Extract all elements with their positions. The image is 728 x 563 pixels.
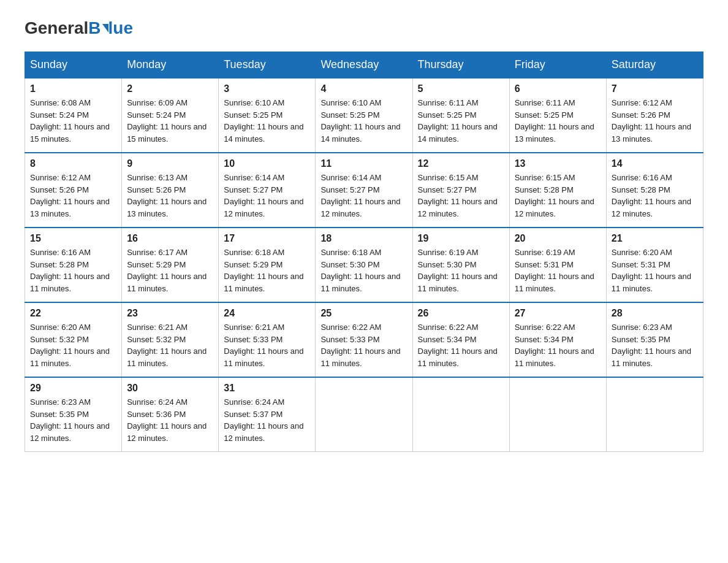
calendar-cell: 8 Sunrise: 6:12 AMSunset: 5:26 PMDayligh… <box>25 153 122 228</box>
day-number: 13 <box>515 158 601 169</box>
logo-text: General B lue <box>25 18 133 38</box>
calendar-cell: 5 Sunrise: 6:11 AMSunset: 5:25 PMDayligh… <box>412 78 509 153</box>
day-info: Sunrise: 6:10 AMSunset: 5:25 PMDaylight:… <box>320 98 400 144</box>
logo-blue-part: B lue <box>88 18 133 38</box>
day-number: 18 <box>320 233 407 244</box>
day-number: 23 <box>127 308 213 319</box>
day-info: Sunrise: 6:10 AMSunset: 5:25 PMDaylight:… <box>224 98 303 144</box>
calendar-cell: 26 Sunrise: 6:22 AMSunset: 5:34 PMDaylig… <box>412 302 509 377</box>
day-number: 16 <box>127 233 213 244</box>
calendar-cell: 1 Sunrise: 6:08 AMSunset: 5:24 PMDayligh… <box>25 78 122 153</box>
calendar-cell: 11 Sunrise: 6:14 AMSunset: 5:27 PMDaylig… <box>316 153 412 228</box>
day-info: Sunrise: 6:08 AMSunset: 5:24 PMDaylight:… <box>30 98 110 144</box>
day-number: 4 <box>320 83 407 94</box>
day-number: 19 <box>418 233 504 244</box>
day-number: 12 <box>418 158 504 169</box>
calendar-cell: 21 Sunrise: 6:20 AMSunset: 5:31 PMDaylig… <box>606 228 703 302</box>
day-info: Sunrise: 6:11 AMSunset: 5:25 PMDaylight:… <box>515 98 594 144</box>
day-number: 17 <box>224 233 310 244</box>
day-number: 29 <box>30 383 116 394</box>
day-number: 9 <box>127 158 213 169</box>
calendar-cell: 9 Sunrise: 6:13 AMSunset: 5:26 PMDayligh… <box>122 153 219 228</box>
day-info: Sunrise: 6:21 AMSunset: 5:33 PMDaylight:… <box>224 323 303 368</box>
header-monday: Monday <box>122 52 219 79</box>
calendar-cell: 28 Sunrise: 6:23 AMSunset: 5:35 PMDaylig… <box>606 302 703 377</box>
day-info: Sunrise: 6:22 AMSunset: 5:33 PMDaylight:… <box>320 323 400 368</box>
day-number: 10 <box>224 158 310 169</box>
logo-triangle-icon <box>102 24 108 33</box>
calendar-cell: 4 Sunrise: 6:10 AMSunset: 5:25 PMDayligh… <box>316 78 412 153</box>
day-info: Sunrise: 6:18 AMSunset: 5:30 PMDaylight:… <box>320 248 400 293</box>
calendar-table: SundayMondayTuesdayWednesdayThursdayFrid… <box>25 52 703 452</box>
day-info: Sunrise: 6:14 AMSunset: 5:27 PMDaylight:… <box>320 173 400 218</box>
calendar-cell: 24 Sunrise: 6:21 AMSunset: 5:33 PMDaylig… <box>219 302 316 377</box>
day-number: 27 <box>515 308 601 319</box>
logo-blue2: lue <box>108 18 133 38</box>
day-info: Sunrise: 6:23 AMSunset: 5:35 PMDaylight:… <box>30 397 110 443</box>
day-info: Sunrise: 6:19 AMSunset: 5:30 PMDaylight:… <box>418 248 498 293</box>
calendar-cell: 7 Sunrise: 6:12 AMSunset: 5:26 PMDayligh… <box>606 78 703 153</box>
logo-blue: B <box>88 18 100 38</box>
day-info: Sunrise: 6:23 AMSunset: 5:35 PMDaylight:… <box>612 323 691 368</box>
day-info: Sunrise: 6:21 AMSunset: 5:32 PMDaylight:… <box>127 323 207 368</box>
day-number: 6 <box>515 83 601 94</box>
calendar-cell: 16 Sunrise: 6:17 AMSunset: 5:29 PMDaylig… <box>122 228 219 302</box>
day-number: 24 <box>224 308 310 319</box>
calendar-cell: 25 Sunrise: 6:22 AMSunset: 5:33 PMDaylig… <box>316 302 412 377</box>
day-info: Sunrise: 6:20 AMSunset: 5:32 PMDaylight:… <box>30 323 110 368</box>
calendar-header-row: SundayMondayTuesdayWednesdayThursdayFrid… <box>25 52 703 79</box>
calendar-cell: 31 Sunrise: 6:24 AMSunset: 5:37 PMDaylig… <box>219 377 316 452</box>
calendar-cell: 17 Sunrise: 6:18 AMSunset: 5:29 PMDaylig… <box>219 228 316 302</box>
day-number: 3 <box>224 83 310 94</box>
calendar-week-row: 8 Sunrise: 6:12 AMSunset: 5:26 PMDayligh… <box>25 153 703 228</box>
day-number: 11 <box>320 158 407 169</box>
calendar-cell: 3 Sunrise: 6:10 AMSunset: 5:25 PMDayligh… <box>219 78 316 153</box>
calendar-week-row: 15 Sunrise: 6:16 AMSunset: 5:28 PMDaylig… <box>25 228 703 302</box>
day-number: 1 <box>30 83 116 94</box>
day-info: Sunrise: 6:22 AMSunset: 5:34 PMDaylight:… <box>418 323 498 368</box>
day-number: 25 <box>320 308 407 319</box>
day-info: Sunrise: 6:16 AMSunset: 5:28 PMDaylight:… <box>30 248 110 293</box>
day-info: Sunrise: 6:17 AMSunset: 5:29 PMDaylight:… <box>127 248 207 293</box>
day-info: Sunrise: 6:14 AMSunset: 5:27 PMDaylight:… <box>224 173 303 218</box>
day-number: 5 <box>418 83 504 94</box>
calendar-cell: 30 Sunrise: 6:24 AMSunset: 5:36 PMDaylig… <box>122 377 219 452</box>
header-wednesday: Wednesday <box>316 52 412 79</box>
day-info: Sunrise: 6:12 AMSunset: 5:26 PMDaylight:… <box>612 98 691 144</box>
page-header: General B lue <box>25 18 703 39</box>
day-number: 31 <box>224 383 310 394</box>
day-info: Sunrise: 6:12 AMSunset: 5:26 PMDaylight:… <box>30 173 110 218</box>
day-info: Sunrise: 6:22 AMSunset: 5:34 PMDaylight:… <box>515 323 594 368</box>
day-number: 21 <box>612 233 698 244</box>
day-number: 7 <box>612 83 698 94</box>
calendar-cell: 12 Sunrise: 6:15 AMSunset: 5:27 PMDaylig… <box>412 153 509 228</box>
calendar-cell: 22 Sunrise: 6:20 AMSunset: 5:32 PMDaylig… <box>25 302 122 377</box>
day-info: Sunrise: 6:24 AMSunset: 5:36 PMDaylight:… <box>127 397 207 443</box>
calendar-cell: 6 Sunrise: 6:11 AMSunset: 5:25 PMDayligh… <box>509 78 606 153</box>
calendar-cell <box>606 377 703 452</box>
calendar-cell: 14 Sunrise: 6:16 AMSunset: 5:28 PMDaylig… <box>606 153 703 228</box>
day-info: Sunrise: 6:19 AMSunset: 5:31 PMDaylight:… <box>515 248 594 293</box>
calendar-week-row: 1 Sunrise: 6:08 AMSunset: 5:24 PMDayligh… <box>25 78 703 153</box>
day-info: Sunrise: 6:11 AMSunset: 5:25 PMDaylight:… <box>418 98 498 144</box>
header-saturday: Saturday <box>606 52 703 79</box>
calendar-cell: 10 Sunrise: 6:14 AMSunset: 5:27 PMDaylig… <box>219 153 316 228</box>
day-info: Sunrise: 6:24 AMSunset: 5:37 PMDaylight:… <box>224 397 303 443</box>
header-sunday: Sunday <box>25 52 122 79</box>
logo-general: General <box>25 18 88 38</box>
logo: General B lue <box>25 18 133 39</box>
day-number: 14 <box>612 158 698 169</box>
calendar-cell <box>316 377 412 452</box>
header-friday: Friday <box>509 52 606 79</box>
day-number: 2 <box>127 83 213 94</box>
day-info: Sunrise: 6:20 AMSunset: 5:31 PMDaylight:… <box>612 248 691 293</box>
calendar-cell: 20 Sunrise: 6:19 AMSunset: 5:31 PMDaylig… <box>509 228 606 302</box>
day-number: 15 <box>30 233 116 244</box>
day-number: 28 <box>612 308 698 319</box>
day-info: Sunrise: 6:13 AMSunset: 5:26 PMDaylight:… <box>127 173 207 218</box>
day-number: 30 <box>127 383 213 394</box>
calendar-cell: 19 Sunrise: 6:19 AMSunset: 5:30 PMDaylig… <box>412 228 509 302</box>
day-number: 20 <box>515 233 601 244</box>
calendar-cell <box>412 377 509 452</box>
calendar-week-row: 22 Sunrise: 6:20 AMSunset: 5:32 PMDaylig… <box>25 302 703 377</box>
